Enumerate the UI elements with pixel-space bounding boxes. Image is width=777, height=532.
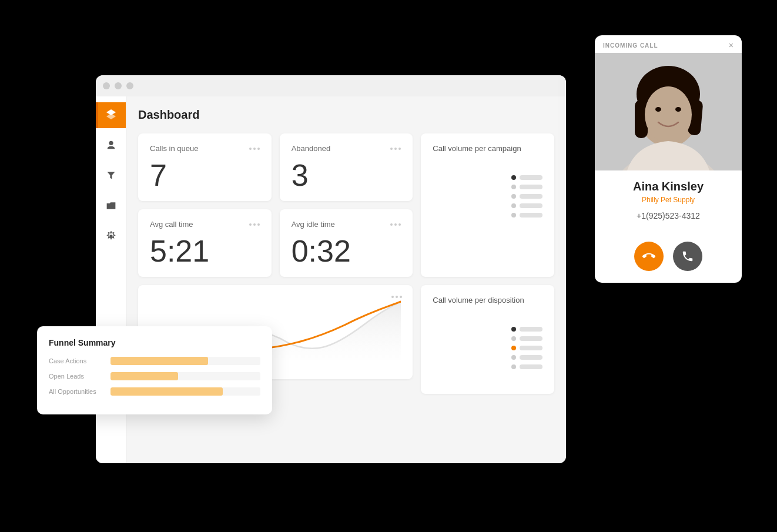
- abandoned-value: 3: [292, 160, 401, 190]
- svg-point-27: [655, 107, 661, 112]
- legend-item: [511, 364, 542, 369]
- page-title: Dashboard: [138, 108, 554, 122]
- legend-line: [520, 185, 542, 189]
- legend-line: [520, 355, 542, 360]
- traffic-light-close[interactable]: [103, 82, 110, 89]
- dot: [398, 223, 401, 226]
- caller-photo: [595, 53, 742, 170]
- abandoned-label: Abandoned: [292, 144, 331, 153]
- sidebar-item-dashboard[interactable]: [96, 102, 126, 128]
- dot: [253, 223, 256, 226]
- sidebar-item-files[interactable]: [96, 194, 126, 220]
- line-chart-menu[interactable]: [391, 296, 402, 298]
- chart-content-disposition: [433, 313, 542, 383]
- calls-in-queue-value: 7: [150, 160, 260, 190]
- legend-line: [520, 346, 542, 350]
- avg-idle-time-value: 0:32: [292, 236, 401, 266]
- dot: [249, 148, 252, 150]
- call-actions: [595, 242, 742, 283]
- dashboard-icon: [105, 108, 117, 123]
- accept-call-button[interactable]: [673, 242, 702, 271]
- dot: [398, 148, 401, 150]
- sidebar-item-settings[interactable]: [96, 225, 126, 250]
- legend-item: [511, 346, 542, 350]
- stat-card-header: Avg call time: [150, 220, 260, 229]
- legend-line: [520, 203, 542, 208]
- abandoned-menu[interactable]: [390, 148, 401, 150]
- call-volume-campaign-title: Call volume per campaign: [433, 144, 542, 153]
- donut-chart-campaign: [433, 161, 503, 232]
- legend-item: [511, 185, 542, 189]
- funnel-bar-bg: [110, 372, 260, 380]
- traffic-light-minimize[interactable]: [115, 82, 122, 89]
- decline-call-button[interactable]: [634, 242, 664, 271]
- funnel-title: Funnel Summary: [49, 338, 260, 347]
- funnel-bar-all-opportunities: [110, 387, 223, 396]
- caller-phone: +1(925)523-4312: [607, 211, 730, 220]
- dot: [400, 296, 402, 298]
- calls-in-queue-card: Calls in queue 7: [138, 133, 272, 201]
- legend-dot: [511, 336, 516, 341]
- decline-icon: [642, 250, 655, 263]
- svg-point-11: [448, 177, 487, 216]
- legend-dot: [511, 355, 516, 360]
- svg-point-2: [109, 140, 113, 145]
- funnel-label-all-opportunities: All Opportunities: [49, 388, 105, 395]
- call-volume-campaign-card: Call volume per campaign: [421, 133, 554, 277]
- filter-icon: [106, 170, 116, 183]
- svg-point-28: [675, 107, 681, 112]
- legend-dot: [511, 203, 516, 208]
- sidebar-item-contacts[interactable]: [96, 133, 126, 159]
- legend-dot: [511, 346, 516, 350]
- legend-line: [520, 327, 542, 332]
- funnel-bar-case-actions: [110, 357, 208, 365]
- legend-item: [511, 213, 542, 218]
- svg-point-18: [448, 329, 487, 367]
- funnel-row-open-leads: Open Leads: [49, 372, 260, 380]
- avg-idle-time-menu[interactable]: [390, 223, 401, 226]
- legend-line: [520, 364, 542, 369]
- dot: [249, 223, 252, 226]
- legend-dot: [511, 185, 516, 189]
- stat-card-header: Calls in queue: [150, 144, 260, 153]
- folder-icon: [106, 201, 116, 213]
- dot: [390, 223, 393, 226]
- funnel-row-case-actions: Case Actions: [49, 357, 260, 365]
- legend-dot: [511, 175, 516, 180]
- dot: [394, 148, 397, 150]
- stat-card-header: Avg idle time: [292, 220, 401, 229]
- legend-dot: [511, 213, 516, 218]
- modal-header: INCOMING CALL ×: [595, 35, 742, 53]
- incoming-call-modal: INCOMING CALL × Ai: [595, 35, 742, 283]
- dot: [391, 296, 394, 298]
- accept-icon: [681, 250, 694, 263]
- chart-content: [433, 161, 542, 232]
- caller-info: Aina Kinsley Philly Pet Supply +1(925)52…: [595, 170, 742, 242]
- call-volume-disposition-title: Call volume per disposition: [433, 296, 542, 305]
- contacts-icon: [106, 139, 116, 153]
- legend-line: [520, 213, 542, 218]
- modal-title: INCOMING CALL: [603, 42, 658, 49]
- legend-item: [511, 336, 542, 341]
- caller-avatar-svg: [595, 53, 742, 170]
- legend-item: [511, 327, 542, 332]
- avg-call-time-menu[interactable]: [249, 223, 260, 226]
- calls-in-queue-menu[interactable]: [249, 148, 260, 150]
- legend-line: [520, 336, 542, 341]
- legend-line: [520, 194, 542, 199]
- sidebar-item-filter[interactable]: [96, 163, 126, 189]
- caller-company: Philly Pet Supply: [607, 196, 730, 204]
- funnel-label-case-actions: Case Actions: [49, 357, 105, 364]
- dot: [396, 296, 398, 298]
- settings-icon: [106, 231, 116, 245]
- funnel-row-all-opportunities: All Opportunities: [49, 387, 260, 396]
- chart-legend-disposition: [511, 327, 542, 369]
- legend-item: [511, 355, 542, 360]
- dot: [257, 223, 260, 226]
- caller-name: Aina Kinsley: [607, 180, 730, 193]
- avg-call-time-label: Avg call time: [150, 220, 193, 229]
- legend-line: [520, 175, 542, 180]
- traffic-light-maximize[interactable]: [126, 82, 133, 89]
- funnel-bar-bg: [110, 387, 260, 396]
- modal-close-button[interactable]: ×: [729, 41, 734, 49]
